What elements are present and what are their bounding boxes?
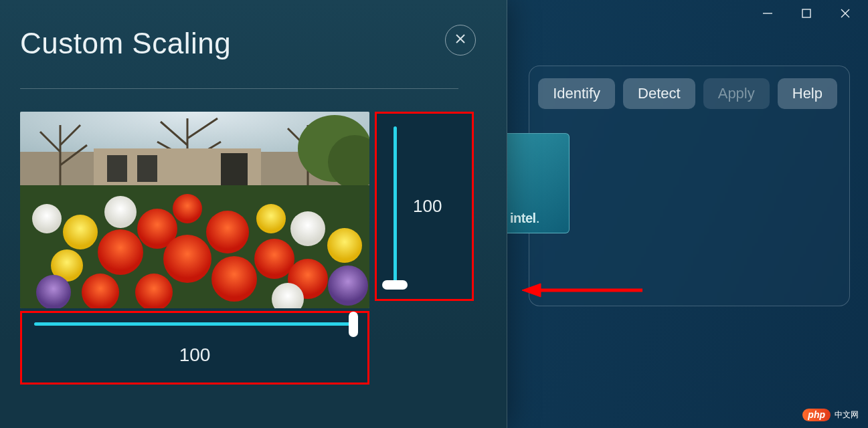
watermark: php 中文网: [802, 409, 859, 421]
intel-logo: intel: [510, 211, 539, 226]
custom-scaling-modal: Custom Scaling: [0, 0, 507, 428]
vertical-slider[interactable]: [377, 114, 413, 299]
modal-title: Custom Scaling: [20, 27, 231, 60]
vertical-scaling-box: 100: [375, 112, 474, 301]
horizontal-scaling-box: 100: [20, 311, 369, 385]
svg-point-33: [36, 275, 71, 308]
annotation-arrow-icon: [522, 282, 642, 298]
toolbar: Identify Detect Apply Help: [538, 78, 837, 109]
svg-marker-5: [522, 284, 541, 297]
modal-header: Custom Scaling: [20, 27, 458, 89]
svg-point-26: [211, 256, 257, 302]
svg-point-32: [328, 265, 368, 306]
svg-point-27: [256, 204, 286, 233]
svg-point-20: [104, 196, 137, 228]
help-button[interactable]: Help: [778, 78, 837, 109]
svg-point-23: [173, 194, 202, 223]
apply-button: Apply: [703, 78, 770, 109]
horizontal-slider-thumb[interactable]: [349, 312, 358, 337]
modal-close-button[interactable]: [445, 25, 476, 56]
svg-point-29: [290, 211, 325, 246]
svg-point-28: [254, 239, 294, 279]
watermark-brand: php: [802, 409, 831, 421]
vertical-slider-thumb[interactable]: [382, 280, 408, 290]
vertical-slider-track: [394, 126, 397, 287]
horizontal-scaling-value: 100: [179, 344, 211, 366]
scaling-preview-image: [20, 112, 369, 308]
horizontal-slider[interactable]: [34, 322, 355, 326]
svg-point-24: [163, 235, 211, 283]
window-controls: [761, 0, 868, 20]
svg-rect-15: [221, 153, 248, 185]
close-icon: [454, 33, 466, 47]
window-close-button[interactable]: [839, 7, 852, 20]
vertical-scaling-value: 100: [413, 196, 442, 217]
svg-point-17: [32, 204, 62, 233]
display-tile[interactable]: intel: [503, 133, 570, 233]
svg-rect-13: [107, 155, 127, 182]
svg-point-31: [327, 228, 362, 263]
svg-rect-14: [137, 155, 157, 182]
svg-point-21: [98, 229, 143, 275]
maximize-button[interactable]: [800, 7, 813, 20]
minimize-button[interactable]: [761, 7, 774, 20]
display-settings-panel: Identify Detect Apply Help intel: [529, 66, 850, 306]
svg-point-18: [63, 215, 98, 249]
svg-point-25: [206, 211, 249, 253]
watermark-text: 中文网: [835, 409, 859, 421]
detect-button[interactable]: Detect: [623, 78, 695, 109]
svg-rect-1: [802, 9, 810, 17]
identify-button[interactable]: Identify: [538, 78, 615, 109]
